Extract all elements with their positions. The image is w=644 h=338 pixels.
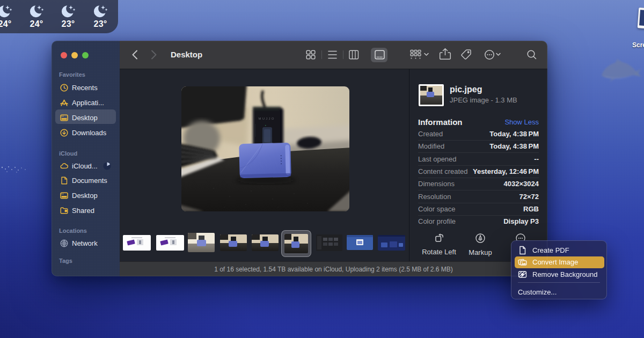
svg-text:MUJJO: MUJJO — [259, 117, 275, 120]
